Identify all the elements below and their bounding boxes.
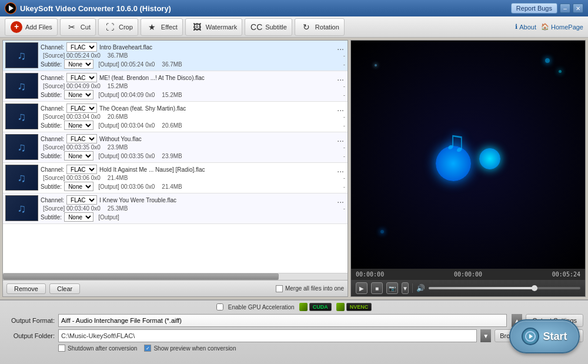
camera-dropdown[interactable]: ▼	[402, 282, 409, 294]
preview-video: ♫	[351, 41, 585, 269]
file-name: Without You.flac	[99, 136, 142, 142]
music-icon: ♫	[18, 79, 26, 93]
file-options-dots[interactable]: ...	[336, 42, 345, 52]
start-button[interactable]: Start	[509, 319, 580, 353]
channel-label: Channel:	[41, 105, 64, 112]
file-item[interactable]: ♫ Channel: FLAC ME! (feat. Brendon ...! …	[3, 71, 348, 102]
file-options-dots[interactable]: ...	[336, 165, 345, 174]
play-button[interactable]: ▶	[356, 282, 368, 294]
output-folder-label: Output Folder:	[5, 332, 55, 339]
file-item[interactable]: ♫ Channel: FLAC I Knew You Were Trouble.…	[3, 193, 348, 224]
options-row: Shutdown after conversion ✓ Show preview…	[5, 345, 583, 352]
app-title: UkeySoft Video Converter 10.6.0 (History…	[20, 4, 171, 13]
file-source-row: [Source] 00:03:06 0x0 21.4MB -	[41, 175, 345, 181]
file-options-dots[interactable]: ...	[336, 73, 345, 82]
remove-button[interactable]: Remove	[6, 283, 46, 294]
horizontal-scrollbar[interactable]	[3, 273, 348, 280]
file-dash-2: -	[343, 153, 345, 159]
clear-button[interactable]: Clear	[49, 283, 80, 294]
channel-select[interactable]: FLAC	[66, 42, 97, 52]
minimize-button[interactable]: –	[560, 4, 570, 13]
source-info: [Source] 00:03:06 0x0	[41, 175, 101, 181]
svg-text:+: +	[14, 22, 19, 31]
crop-button[interactable]: ⛶ Crop	[98, 18, 138, 36]
file-subtitle-row: Subtitle: None [Output] 00:04:09 0x0 15.…	[41, 90, 345, 99]
folder-row: Output Folder: ▼ Browse... Open Output	[5, 329, 583, 342]
snapshot-button[interactable]: 📷	[386, 282, 398, 294]
crop-icon: ⛶	[103, 21, 116, 34]
file-subtitle-row: Subtitle: None [Output] 00:03:04 0x0 20.…	[41, 121, 345, 130]
cut-button[interactable]: ✂ Cut	[60, 18, 96, 36]
source-size: 25.3MB	[103, 205, 128, 212]
subtitle-select[interactable]: None	[64, 90, 93, 99]
output-folder-input[interactable]	[58, 329, 477, 342]
preview-label: Show preview when conversion	[153, 345, 236, 352]
shutdown-option: Shutdown after conversion	[58, 345, 137, 352]
file-options-dots[interactable]: ...	[336, 134, 345, 143]
time-current: 00:00:00	[356, 271, 384, 278]
subtitle-button[interactable]: CC Subtitle	[245, 18, 292, 36]
file-name: Hold It Against Me ... Nause] [Radio].fl…	[99, 166, 205, 173]
output-info: [Output] 00:03:04 0x0	[96, 122, 155, 129]
add-files-button[interactable]: + Add Files	[5, 18, 58, 36]
file-name: Intro Braveheart.flac	[99, 44, 152, 51]
subtitle-select[interactable]: None	[64, 121, 93, 130]
channel-select[interactable]: FLAC	[66, 73, 97, 82]
channel-select[interactable]: FLAC	[66, 103, 97, 113]
homepage-link[interactable]: 🏠 HomePage	[541, 23, 583, 31]
watermark-button[interactable]: 🖼 Watermark	[185, 18, 242, 36]
file-item[interactable]: ♫ Channel: FLAC The Ocean (feat. Shy Mar…	[3, 102, 348, 132]
stop-button[interactable]: ■	[371, 282, 383, 294]
folder-dropdown-arrow[interactable]: ▼	[480, 329, 491, 342]
watermark-icon: 🖼	[191, 21, 203, 34]
merge-checkbox[interactable]	[276, 285, 283, 292]
subtitle-label: Subtitle:	[41, 61, 62, 68]
output-format-select[interactable]: Aiff - Audio Interchange File Format (*.…	[58, 314, 507, 327]
music-icon: ♫	[18, 171, 26, 185]
output-size: 36.7MB	[157, 61, 182, 68]
file-subtitle-row: Subtitle: None [Output] 00:03:06 0x0 21.…	[41, 182, 345, 191]
source-info: [Source] 00:04:09 0x0	[41, 83, 101, 89]
rotation-button[interactable]: ↻ Rotation	[295, 18, 345, 36]
music-icon: ♫	[18, 141, 26, 154]
about-link[interactable]: ℹ About	[515, 23, 536, 31]
file-options-dots[interactable]: ...	[336, 195, 345, 205]
effect-button[interactable]: ★ Effect	[141, 18, 183, 36]
preview-checkbox[interactable]: ✓	[144, 345, 151, 352]
subtitle-select[interactable]: None	[64, 59, 93, 69]
subtitle-select[interactable]: None	[64, 182, 93, 191]
file-options-dots[interactable]: ...	[336, 103, 345, 113]
channel-select[interactable]: FLAC	[66, 134, 97, 143]
file-subtitle-row: Subtitle: None [Output] 00:03:35 0x0 23.…	[41, 151, 345, 161]
add-files-icon: +	[10, 21, 23, 34]
subtitle-select[interactable]: None	[64, 151, 93, 161]
subtitle-icon: CC	[250, 21, 263, 34]
effect-label: Effect	[161, 24, 178, 31]
file-source-row: [Source] 00:03:04 0x0 20.6MB -	[41, 113, 345, 120]
nvenc-badge-group: NVENC	[336, 303, 372, 311]
channel-label: Channel:	[41, 166, 64, 173]
file-list-panel: ♫ Channel: FLAC Intro Braveheart.flac ..…	[2, 40, 348, 297]
file-list-scroll[interactable]: ♫ Channel: FLAC Intro Braveheart.flac ..…	[3, 41, 348, 273]
report-bugs-button[interactable]: Report Bugs	[511, 3, 557, 14]
file-dash-1: -	[343, 113, 345, 120]
channel-select[interactable]: FLAC	[66, 165, 97, 174]
subtitle-select[interactable]: None	[64, 212, 93, 222]
file-dash-1: -	[343, 83, 345, 89]
toolbar: + Add Files ✂ Cut ⛶ Crop ★ Effect 🖼 Wate…	[0, 16, 588, 38]
start-label: Start	[543, 330, 567, 343]
channel-select[interactable]: FLAC	[66, 195, 97, 205]
file-item[interactable]: ♫ Channel: FLAC Intro Braveheart.flac ..…	[3, 41, 348, 71]
glow-dot-2	[559, 70, 562, 73]
gpu-checkbox[interactable]	[216, 303, 223, 310]
shutdown-checkbox[interactable]	[58, 345, 65, 352]
merge-checkbox-row[interactable]: Merge all files into one	[276, 285, 344, 292]
volume-slider[interactable]	[429, 287, 580, 289]
close-button[interactable]: ✕	[573, 4, 583, 13]
file-channel-row: Channel: FLAC Hold It Against Me ... Nau…	[41, 165, 345, 174]
subtitle-label: Subtitle:	[41, 122, 62, 129]
time-mid: 00:00:00	[454, 271, 482, 278]
channel-label: Channel:	[41, 136, 64, 142]
file-item[interactable]: ♫ Channel: FLAC Hold It Against Me ... N…	[3, 163, 348, 193]
file-item[interactable]: ♫ Channel: FLAC Without You.flac ... [So…	[3, 132, 348, 163]
